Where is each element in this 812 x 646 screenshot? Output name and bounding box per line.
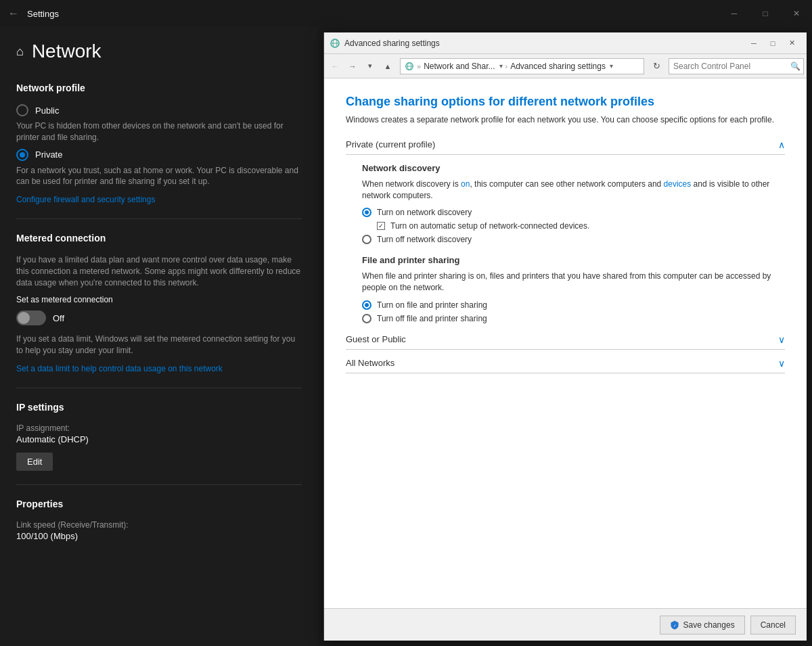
public-radio[interactable]: Public: [16, 104, 302, 116]
turn-on-discovery-label: Turn on network discovery: [377, 208, 472, 217]
cp-minimize-button[interactable]: ─: [744, 36, 763, 51]
main-layout: ⌂ Network Network profile Public Your PC…: [0, 27, 812, 646]
private-profile-chevron: ∧: [778, 139, 785, 150]
address-icon: [405, 62, 414, 71]
divider-1: [16, 218, 302, 219]
file-printer-sharing-subsection: File and printer sharing When file and p…: [362, 255, 785, 323]
data-limit-link[interactable]: Set a data limit to help control data us…: [16, 364, 223, 373]
metered-toggle[interactable]: [16, 310, 46, 325]
address-dropdown-2[interactable]: ▾: [610, 62, 613, 70]
all-networks-chevron: ∨: [778, 358, 785, 369]
page-title: Network: [32, 41, 102, 62]
turn-off-sharing-label: Turn off file and printer sharing: [377, 314, 487, 323]
private-radio-label: Private: [35, 149, 62, 160]
nav-back-button[interactable]: ←: [327, 58, 343, 74]
metered-connection-section: Metered connection If you have a limited…: [16, 233, 302, 374]
control-panel-window: Advanced sharing settings ─ □ ✕ ← → ▾ ▲: [323, 32, 807, 641]
turn-off-sharing-option[interactable]: Turn off file and printer sharing: [362, 314, 785, 323]
link-speed-value: 100/100 (Mbps): [16, 531, 302, 541]
cp-navbar: ← → ▾ ▲ » Network and Shar... ▾ › Advanc…: [324, 54, 807, 78]
guest-public-profile[interactable]: Guest or Public ∨: [346, 334, 785, 350]
nav-forward-button[interactable]: →: [344, 58, 361, 74]
public-radio-label: Public: [35, 106, 59, 116]
cp-titlebar: Advanced sharing settings ─ □ ✕: [324, 32, 807, 54]
divider-2: [16, 388, 302, 388]
public-description: Your PC is hidden from other devices on …: [16, 120, 302, 143]
network-discovery-title: Network discovery: [362, 163, 785, 173]
public-radio-indicator: [16, 104, 28, 116]
cp-controls: ─ □ ✕: [744, 36, 801, 51]
cp-close-button[interactable]: ✕: [782, 36, 801, 51]
search-box: 🔍: [669, 58, 804, 74]
file-printer-options: Turn on file and printer sharing Turn of…: [362, 300, 785, 323]
save-changes-button[interactable]: ✓ Save changes: [660, 616, 745, 635]
ip-assignment-label: IP assignment:: [16, 423, 302, 433]
network-profile-options: Public Your PC is hidden from other devi…: [16, 104, 302, 205]
auto-setup-option[interactable]: ✓ Turn on automatic setup of network-con…: [377, 221, 785, 231]
home-icon[interactable]: ⌂: [16, 45, 24, 59]
private-profile-content: Network discovery When network discovery…: [346, 163, 785, 323]
devices-link[interactable]: devices: [664, 179, 692, 189]
settings-header: ⌂ Network: [16, 41, 302, 62]
toggle-label: Set as metered connection: [16, 294, 302, 306]
network-icon: [330, 38, 340, 49]
back-button[interactable]: ←: [8, 7, 19, 20]
auto-setup-label: Turn on automatic setup of network-conne…: [390, 221, 589, 231]
divider-3: [16, 484, 302, 485]
cp-footer: ✓ Save changes Cancel: [324, 608, 807, 641]
guest-public-label: Guest or Public: [346, 334, 778, 344]
search-button[interactable]: 🔍: [787, 59, 803, 74]
all-networks-profile[interactable]: All Networks ∨: [346, 358, 785, 373]
toggle-state-label: Off: [53, 313, 64, 323]
ip-assignment-value: Automatic (DHCP): [16, 434, 302, 444]
cp-maximize-button[interactable]: □: [763, 36, 782, 51]
svg-text:✓: ✓: [673, 622, 676, 627]
turn-on-discovery-radio: [362, 208, 371, 217]
address-bar: » Network and Shar... ▾ › Advanced shari…: [400, 58, 644, 74]
nav-dropdown-button[interactable]: ▾: [362, 58, 378, 74]
turn-on-discovery-option[interactable]: Turn on network discovery: [362, 208, 785, 217]
maximize-button[interactable]: □: [750, 0, 781, 27]
metered-sub-description: If you set a data limit, Windows will se…: [16, 333, 302, 356]
private-profile-section: Private (current profile) ∧ Network disc…: [346, 139, 785, 323]
private-radio[interactable]: Private: [16, 149, 302, 161]
address-part-1[interactable]: Network and Shar...: [424, 62, 495, 71]
link-speed-label: Link speed (Receive/Transmit):: [16, 520, 302, 530]
edit-ip-button[interactable]: Edit: [16, 453, 53, 471]
network-discovery-options: Turn on network discovery ✓ Turn on auto…: [362, 208, 785, 244]
turn-off-discovery-radio: [362, 235, 371, 244]
ip-settings-title: IP settings: [16, 402, 302, 413]
properties-section: Properties Link speed (Receive/Transmit)…: [16, 499, 302, 541]
turn-off-discovery-option[interactable]: Turn off network discovery: [362, 235, 785, 244]
private-profile-header[interactable]: Private (current profile) ∧: [346, 139, 785, 155]
on-link[interactable]: on: [461, 179, 470, 189]
cp-main-title: Change sharing options for different net…: [346, 95, 785, 109]
refresh-button[interactable]: ↻: [648, 58, 664, 74]
address-dropdown-1[interactable]: ▾: [499, 62, 503, 70]
all-networks-label: All Networks: [346, 358, 778, 368]
network-discovery-description: When network discovery is on, this compu…: [362, 179, 785, 202]
metered-title: Metered connection: [16, 233, 302, 244]
turn-on-sharing-option[interactable]: Turn on file and printer sharing: [362, 300, 785, 310]
cp-title: Advanced sharing settings: [344, 39, 744, 48]
guest-public-chevron: ∨: [778, 334, 785, 345]
minimize-button[interactable]: ─: [719, 0, 750, 27]
address-part-2[interactable]: Advanced sharing settings: [510, 62, 606, 71]
private-profile-label: Private (current profile): [346, 139, 778, 149]
settings-panel: ⌂ Network Network profile Public Your PC…: [0, 27, 318, 646]
shield-icon: ✓: [670, 620, 679, 630]
turn-on-sharing-label: Turn on file and printer sharing: [377, 300, 487, 310]
turn-off-sharing-radio: [362, 314, 371, 323]
search-input[interactable]: [669, 62, 787, 71]
nav-up-button[interactable]: ▲: [380, 58, 396, 74]
metered-toggle-container: Off: [16, 310, 302, 325]
private-radio-indicator: [16, 149, 28, 161]
firewall-link[interactable]: Configure firewall and security settings: [16, 195, 155, 204]
auto-setup-checkbox: ✓: [377, 222, 385, 230]
network-discovery-subsection: Network discovery When network discovery…: [362, 163, 785, 245]
address-separator-1: »: [417, 62, 421, 70]
save-changes-label: Save changes: [683, 620, 735, 630]
cp-subtitle: Windows creates a separate network profi…: [346, 114, 785, 126]
close-button[interactable]: ✕: [781, 0, 812, 27]
cancel-button[interactable]: Cancel: [750, 616, 796, 635]
